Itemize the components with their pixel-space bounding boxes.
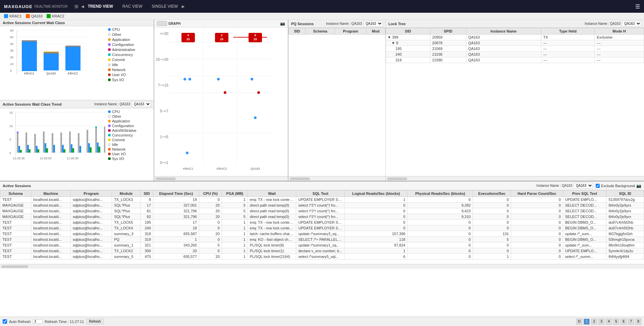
nav-single-view[interactable]: SINGLE VIEW (150, 3, 180, 9)
pq-sessions-title: PQ Sessions (291, 22, 314, 26)
graph-scrollbar-thumb[interactable] (156, 177, 176, 180)
as-schema: TEST (0, 242, 31, 248)
as-elapsed: 327,001 (153, 203, 199, 208)
graph-toggle-switch[interactable] (157, 21, 167, 26)
instance-dropdown-trend[interactable]: QA163 (131, 101, 151, 107)
pq-scrollbar-thumb[interactable] (290, 177, 310, 180)
exclude-bg-checkbox[interactable] (596, 184, 600, 188)
page-btn-4[interactable]: 4 (606, 319, 612, 325)
as-schema: MAXGAUGE (0, 203, 31, 208)
active-session-row[interactable]: TEST localhost.locald... sqlplus@localho… (0, 237, 644, 242)
page-btn-1[interactable]: 1 (584, 319, 590, 325)
active-session-row[interactable]: TEST localhost.locald... sqlplus@localho… (0, 231, 644, 237)
as-machine: localhost.locald... (31, 237, 70, 242)
qa163-dot-1 (251, 78, 253, 80)
as-lr: 1 (345, 197, 408, 203)
active-session-row[interactable]: MAXGAUGE localhost.locald... sqlplus@loc… (0, 214, 644, 220)
as-elapsed: 1 (153, 237, 199, 242)
legend-commit: Commit (108, 58, 152, 62)
as-wait: enq: TX - row lock contention(18) (248, 225, 296, 231)
as-col-exec: Executions/Sec (473, 191, 511, 197)
svg-rect-56 (95, 126, 97, 128)
active-session-row[interactable]: TEST localhost.locald... sqlplus@localho… (0, 197, 644, 203)
page-btn-7[interactable]: 7 (628, 319, 634, 325)
active-session-row[interactable]: TEST localhost.locald... sqlplus@localho… (0, 220, 644, 225)
as-prev-sql: update /*_sum... (563, 231, 606, 237)
nav-rac-view[interactable]: RAC VIEW (120, 3, 144, 9)
refresh-interval-input[interactable] (33, 319, 43, 324)
as-program: sqlplus@localho... (70, 203, 112, 208)
as-col-schema: Schema (0, 191, 31, 197)
active-session-row[interactable]: MAXGAUGE localhost.locald... sqlplus@loc… (0, 208, 644, 214)
as-col-machine: Machine (31, 191, 70, 197)
pq-instance-dropdown[interactable]: QA163 (363, 21, 383, 26)
as-pga: 1 (222, 231, 248, 237)
pq-table-wrap: SID Schema Program Mod (288, 28, 385, 176)
camera-icon[interactable]: 📷 (280, 21, 285, 26)
page-btn-5[interactable]: 5 (613, 319, 619, 325)
bar-qa163-cpu (44, 54, 59, 70)
legend-color-krac2 (47, 14, 51, 18)
bar-qa163-idle (44, 52, 59, 52)
lock-sid: ▼ 399 (386, 35, 430, 40)
grid-icon[interactable]: ⊞ (74, 4, 78, 9)
page-btn-6[interactable]: 6 (621, 319, 627, 325)
as-table-hscroll[interactable] (0, 264, 644, 269)
graph-scrollbar[interactable] (154, 176, 288, 181)
bar-krac2-cpu (65, 47, 80, 70)
graph-svg: 4 20 2 20 (170, 29, 286, 175)
nav-next-arrow[interactable]: ▶ (182, 4, 184, 9)
as-col-hpc: Hard Parse Count/Sec (511, 191, 563, 197)
as-machine: localhost.locald... (31, 208, 70, 214)
active-session-row[interactable]: MAXGAUGE localhost.locald... sqlplus@loc… (0, 203, 644, 208)
as-scrollbar-thumb[interactable] (1, 265, 28, 268)
page-btn-8[interactable]: 8 (635, 319, 641, 325)
as-pga: 1 (222, 242, 248, 248)
lock-tree-row[interactable]: 240 21036 QA163 --- --- (386, 52, 644, 57)
lock-scrollbar-thumb[interactable] (387, 177, 407, 180)
as-hpc: 0 (511, 242, 563, 248)
active-session-row[interactable]: TEST localhost.locald... sqlplus@localho… (0, 254, 644, 260)
as-wait: enq: TX - row lock contention(1) (248, 197, 296, 203)
as-elapsed: 20 (153, 248, 199, 254)
lock-col-type: Type Held (541, 28, 595, 35)
lock-tree-row[interactable]: ▼ 399 20959 QA163 TX Exclusive (386, 35, 644, 40)
refresh-button[interactable]: Refresh (86, 319, 104, 324)
exclude-bg-camera-icon[interactable]: 📷 (636, 183, 641, 188)
lock-scrollbar[interactable] (386, 176, 644, 181)
lock-tree-row[interactable]: 195 21069 QA163 --- --- (386, 46, 644, 52)
graph-body: >=20 15~<20 7~<15 5~<7 1~<5 0~<1 (154, 28, 288, 176)
page-btn-3[interactable]: 3 (598, 319, 604, 325)
lock-instance-dropdown[interactable]: QA163 (622, 21, 641, 26)
auto-refresh-checkbox[interactable] (3, 319, 7, 324)
active-session-row[interactable]: TEST localhost.locald... sqlplus@localho… (0, 225, 644, 231)
page-btn-2[interactable]: 2 (591, 319, 597, 325)
lock-instance: QA163 (466, 57, 541, 63)
trend-legend-application: Application (108, 119, 152, 123)
as-instance-dropdown[interactable]: QA163 (574, 183, 593, 188)
active-session-row[interactable]: TEST localhost.locald... sqlplus@localho… (0, 242, 644, 248)
as-exec: 0 (473, 208, 511, 214)
as-schema: TEST (0, 254, 31, 260)
lock-tree-row[interactable]: ▼ 8 20978 QA163 --- --- (386, 40, 644, 46)
graph-toggle: GRAPH (157, 21, 180, 26)
as-cpu: 0 (199, 237, 222, 242)
as-wait: latch: cache buffers chains(4) (248, 231, 296, 237)
lock-tree-row[interactable]: 319 21580 QA163 --- --- (386, 57, 644, 63)
lock-spid: 20959 (430, 35, 466, 40)
bar-chart-container: 60 50 40 30 20 10 0 (0, 26, 107, 100)
top-panels-area: Active Sessions Current Wait Class 60 50… (0, 20, 644, 181)
svg-text:4: 4 (187, 34, 189, 37)
as-module: TX_LOCK3 (112, 197, 141, 203)
as-sid: 17 (141, 203, 153, 208)
active-session-row[interactable]: TEST localhost.locald... sqlplus@localho… (0, 248, 644, 254)
nav-trend-view[interactable]: TREND VIEW (86, 3, 115, 9)
page-btn-d[interactable]: D (576, 319, 582, 325)
as-table-area: Schema Machine Program Module SID Elapse… (0, 190, 644, 264)
svg-rect-32 (27, 145, 29, 153)
nav-prev-arrow[interactable]: ◀ (81, 4, 84, 9)
svg-rect-46 (71, 144, 72, 153)
pq-scrollbar[interactable] (288, 176, 385, 181)
hamburger-icon[interactable]: ☰ (635, 3, 640, 10)
lock-tree-header: Lock Tree Instance Name : QA163 QA163 (386, 20, 644, 28)
